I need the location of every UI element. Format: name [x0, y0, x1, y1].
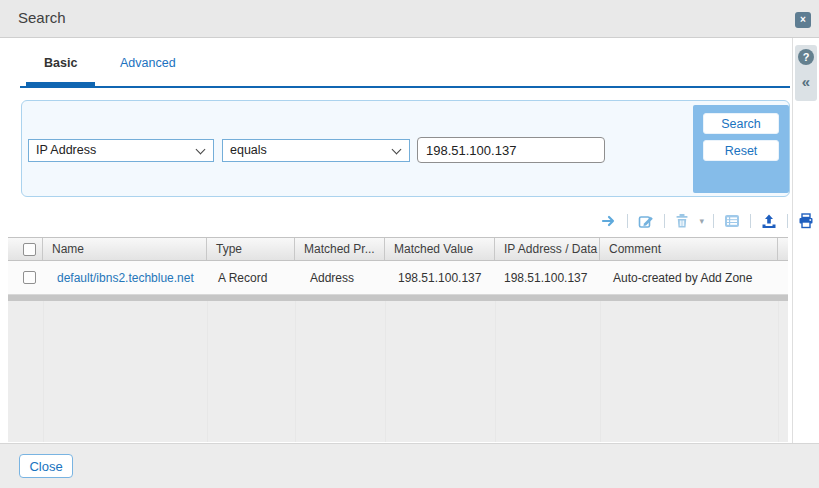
tab-advanced[interactable]: Advanced: [120, 56, 176, 70]
row-cell-matched-property: Address: [295, 271, 385, 285]
go-arrow-icon[interactable]: [600, 212, 618, 230]
operator-select-value: equals: [230, 143, 267, 157]
row-cell-comment: Auto-created by Add Zone: [600, 271, 778, 285]
header-cell-comment[interactable]: Comment: [600, 238, 778, 260]
header-cell-matched-value[interactable]: Matched Value: [385, 238, 495, 260]
reset-button[interactable]: Reset: [703, 140, 779, 161]
right-rail: ? «: [792, 38, 819, 443]
tab-rule: [20, 86, 790, 88]
toolbar-separator: [787, 214, 788, 228]
delete-icon[interactable]: [674, 212, 690, 230]
header-cell-name[interactable]: Name: [43, 238, 207, 260]
dialog-title: Search: [18, 9, 66, 26]
column-gridline: [295, 301, 296, 442]
search-actions-panel: Search Reset: [693, 105, 789, 193]
header-cell-type[interactable]: Type: [207, 238, 295, 260]
operator-select[interactable]: equals: [222, 139, 410, 162]
row-cell-ip-address-data: 198.51.100.137: [495, 271, 600, 285]
close-button[interactable]: Close: [19, 454, 73, 478]
search-button[interactable]: Search: [703, 113, 779, 134]
header-cell-ip-address-data[interactable]: IP Address / Data: [495, 238, 600, 260]
column-gridline: [778, 301, 779, 442]
row-cell-checkbox: [8, 271, 43, 284]
row-cell-name: default/ibns2.techblue.net: [43, 271, 207, 285]
chevron-down-icon: [392, 145, 402, 155]
field-select[interactable]: IP Address: [28, 139, 214, 162]
dialog-footer: Close: [0, 443, 819, 488]
dialog-titlebar: Search ×: [0, 0, 819, 38]
chevron-down-icon: [196, 145, 206, 155]
help-panel: ? «: [795, 45, 817, 101]
print-icon[interactable]: [797, 212, 815, 230]
tab-basic[interactable]: Basic: [44, 56, 77, 70]
row-checkbox[interactable]: [23, 271, 36, 284]
table-row: default/ibns2.techblue.net A Record Addr…: [8, 261, 788, 295]
toolbar-separator: [627, 214, 628, 228]
select-all-checkbox[interactable]: [23, 243, 36, 256]
row-cell-matched-value: 198.51.100.137: [385, 271, 495, 285]
search-dialog: Search × ? « Basic Advanced IP Address e…: [0, 0, 819, 488]
close-icon[interactable]: ×: [795, 12, 811, 28]
record-name-link[interactable]: default/ibns2.techblue.net: [57, 271, 194, 285]
delete-caret-icon[interactable]: ▾: [699, 216, 704, 226]
toolbar-separator: [750, 214, 751, 228]
column-gridline: [385, 301, 386, 442]
grid-empty-area: [8, 301, 788, 442]
toolbar-separator: [713, 214, 714, 228]
results-toolbar: ▾: [600, 211, 815, 231]
collapse-icon[interactable]: «: [795, 71, 817, 93]
search-value-input[interactable]: [417, 137, 605, 163]
column-gridline: [600, 301, 601, 442]
toolbar-separator: [664, 214, 665, 228]
column-gridline: [207, 301, 208, 442]
help-icon[interactable]: ?: [798, 49, 814, 65]
edit-icon[interactable]: [637, 212, 655, 230]
column-gridline: [43, 301, 44, 442]
active-tab-underline: [26, 82, 95, 87]
results-grid: Name Type Matched Pr... Matched Value IP…: [8, 237, 788, 442]
row-cell-type: A Record: [207, 271, 295, 285]
header-cell-spacer: [778, 238, 788, 260]
field-select-value: IP Address: [36, 143, 96, 157]
header-cell-matched-property[interactable]: Matched Pr...: [295, 238, 385, 260]
search-form-panel: IP Address equals Search Reset: [21, 100, 790, 197]
header-cell-checkbox: [8, 238, 43, 260]
list-view-icon[interactable]: [723, 212, 741, 230]
export-icon[interactable]: [760, 212, 778, 230]
column-gridline: [495, 301, 496, 442]
grid-header-row: Name Type Matched Pr... Matched Value IP…: [8, 237, 788, 261]
